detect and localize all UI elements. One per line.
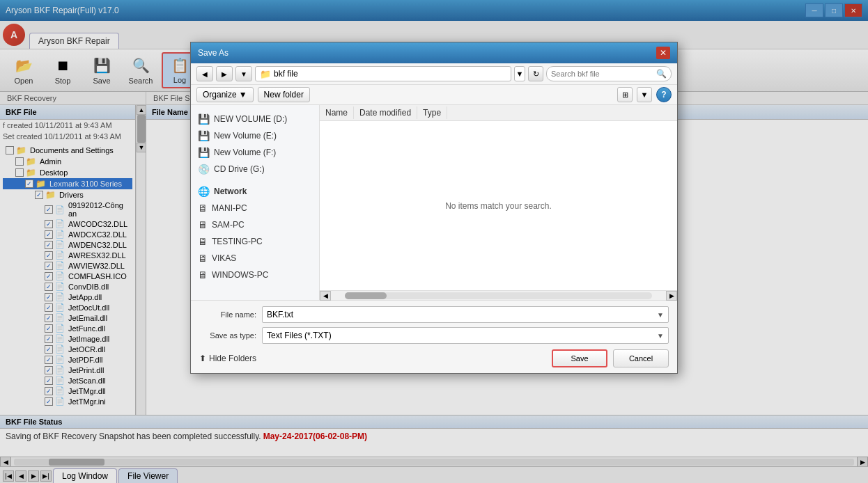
filename-label: File name: (199, 310, 262, 319)
dialog-nav-toolbar: ◀ ▶ ▼ 📁 bkf file ▼ ↻ 🔍 (191, 63, 677, 85)
hide-folders-button[interactable]: ⬆ Hide Folders (199, 354, 256, 363)
sidebar-item-icon: 🖥 (198, 269, 208, 280)
dialog-h-scrollbar[interactable]: ◀ ▶ (320, 290, 677, 300)
dialog-back-button[interactable]: ◀ (196, 66, 213, 81)
new-folder-button[interactable]: New folder (258, 87, 310, 102)
sidebar-item-icon: 💾 (198, 147, 210, 158)
savetype-label: Save as type: (199, 331, 262, 340)
dialog-save-button[interactable]: Save (552, 349, 607, 367)
dialog-main-area: Name Date modified Type No items match y… (320, 105, 677, 300)
savetype-dropdown[interactable]: Text Files (*.TXT) ▼ (262, 327, 669, 344)
dialog-scroll-right[interactable]: ▶ (666, 291, 677, 301)
dialog-forward-button[interactable]: ▶ (216, 66, 233, 81)
refresh-button[interactable]: ↻ (528, 66, 543, 81)
dialog-close-button[interactable]: ✕ (656, 47, 670, 59)
dialog-sidebar-item[interactable]: 🖥VIKAS (194, 250, 316, 267)
sidebar-item-label: WINDOWS-PC (212, 270, 268, 280)
dialog-sidebar-item[interactable]: 💾NEW VOLUME (D:) (194, 111, 316, 127)
dialog-buttons: ⬆ Hide Folders Save Cancel (199, 349, 669, 367)
col-name[interactable]: Name (320, 106, 354, 119)
dialog-sidebar-item[interactable]: 🖥MANI-PC (194, 200, 316, 216)
dialog-organize-toolbar: Organize ▼ New folder ⊞ ▼ ? (191, 85, 677, 105)
sidebar-item-label: Network (214, 187, 247, 196)
dialog-help-button[interactable]: ? (656, 87, 672, 102)
breadcrumb-folder-icon: 📁 (260, 69, 271, 79)
dialog-sidebar-item[interactable]: 🖥TESTING-PC (194, 233, 316, 250)
dialog-sidebar-item[interactable]: 💾New Volume (E:) (194, 127, 316, 144)
sidebar-item-icon: 🖥 (198, 203, 208, 214)
sidebar-item-label: SAM-PC (212, 220, 245, 230)
sidebar-item-icon: 🖥 (198, 236, 208, 247)
dialog-sidebar-item[interactable]: 🖥WINDOWS-PC (194, 267, 316, 283)
filename-row: File name: BKF.txt ▼ (199, 306, 669, 323)
dialog-scroll-track (345, 292, 652, 299)
hide-folders-icon: ⬆ (199, 354, 206, 363)
dialog-file-list: No items match your search. (320, 121, 677, 290)
sidebar-item-label: VIKAS (212, 253, 236, 263)
search-icon[interactable]: 🔍 (656, 69, 667, 79)
location-dropdown[interactable]: ▼ (514, 66, 525, 81)
organize-button[interactable]: Organize ▼ (196, 87, 254, 102)
sidebar-item-label: New Volume (F:) (214, 148, 276, 157)
dialog-overlay: Save As ✕ ◀ ▶ ▼ 📁 bkf file ▼ ↻ 🔍 Organiz… (0, 0, 868, 483)
view-toggle-button[interactable]: ⊞ (617, 87, 633, 102)
savetype-dropdown-arrow[interactable]: ▼ (657, 332, 664, 340)
filename-input[interactable]: BKF.txt ▼ (262, 306, 669, 323)
sidebar-item-label: NEW VOLUME (D:) (214, 114, 287, 124)
empty-message: No items match your search. (445, 201, 552, 211)
sidebar-item-icon: 💿 (198, 164, 210, 175)
dialog-title: Save As (198, 48, 228, 58)
breadcrumb-bar: 📁 bkf file (255, 66, 511, 81)
col-date[interactable]: Date modified (354, 106, 417, 119)
sidebar-item-label: New Volume (E:) (214, 131, 277, 141)
dialog-sidebar: 💾NEW VOLUME (D:)💾New Volume (E:)💾New Vol… (191, 105, 320, 300)
sidebar-item-label: TESTING-PC (212, 237, 263, 246)
organize-dropdown-icon: ▼ (239, 90, 247, 100)
view-dropdown-button[interactable]: ▼ (637, 87, 652, 102)
dialog-titlebar: Save As ✕ (191, 42, 677, 63)
dialog-cancel-button[interactable]: Cancel (613, 349, 669, 367)
savetype-row: Save as type: Text Files (*.TXT) ▼ (199, 327, 669, 344)
col-type[interactable]: Type (417, 106, 447, 119)
sidebar-item-icon: 🌐 (198, 186, 210, 197)
sidebar-item-label: CD Drive (G:) (214, 164, 265, 174)
search-input[interactable] (551, 70, 656, 78)
dialog-sidebar-item[interactable]: 🌐Network (194, 183, 316, 200)
sidebar-item-icon: 🖥 (198, 253, 208, 264)
dialog-up-button[interactable]: ▼ (235, 66, 252, 81)
dialog-column-headers: Name Date modified Type (320, 105, 677, 121)
sidebar-item-icon: 🖥 (198, 219, 208, 230)
dialog-sidebar-item[interactable]: 💿CD Drive (G:) (194, 161, 316, 177)
search-bar: 🔍 (546, 66, 672, 81)
dialog-content-area: 💾NEW VOLUME (D:)💾New Volume (E:)💾New Vol… (191, 105, 677, 300)
sidebar-item-icon: 💾 (198, 130, 210, 141)
dialog-scroll-left[interactable]: ◀ (320, 291, 331, 301)
dialog-sidebar-item[interactable]: 🖥SAM-PC (194, 216, 316, 233)
dialog-footer: File name: BKF.txt ▼ Save as type: Text … (191, 300, 677, 373)
save-as-dialog: Save As ✕ ◀ ▶ ▼ 📁 bkf file ▼ ↻ 🔍 Organiz… (190, 42, 678, 374)
sidebar-item-icon: 💾 (198, 113, 210, 125)
dialog-scroll-thumb[interactable] (345, 292, 387, 299)
filename-dropdown-arrow[interactable]: ▼ (657, 311, 664, 319)
dialog-sidebar-item[interactable]: 💾New Volume (F:) (194, 144, 316, 161)
sidebar-item-label: MANI-PC (212, 203, 247, 213)
breadcrumb-location: bkf file (274, 69, 298, 79)
